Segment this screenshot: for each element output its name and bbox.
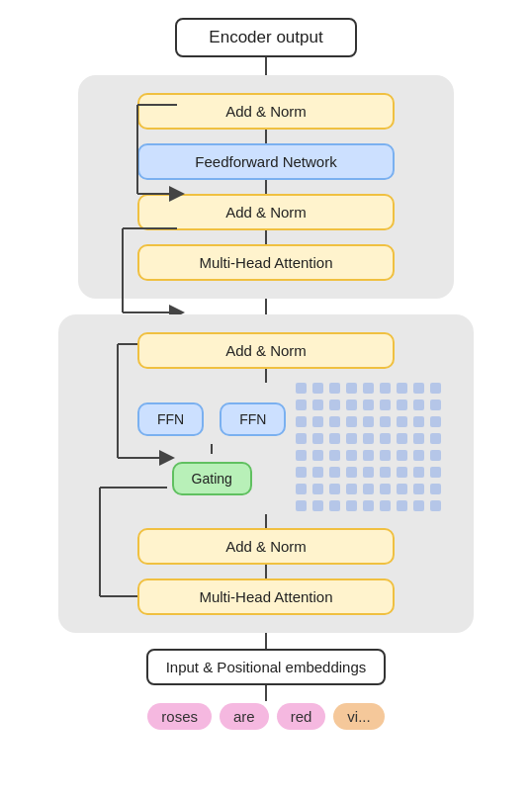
grid-dot [296,400,307,410]
grid-dot [329,433,340,444]
grid-dot [380,500,391,511]
grid-dot [430,484,441,494]
grid-dot [329,484,340,494]
grid-dot [380,467,391,478]
grid-dot [413,467,424,478]
grid-dot [312,433,323,444]
grid-dot [296,433,307,444]
grid-dot [346,467,357,478]
grid-dot [363,450,374,461]
arrow-1 [265,57,267,75]
top-add-norm-2: Add & Norm [137,194,395,230]
bottom-add-norm-top: Add & Norm [137,332,395,369]
grid-dot [312,450,323,461]
bottom-add-norm-bottom: Add & Norm [137,528,395,565]
grid-dot [380,433,391,444]
grid-dot [346,450,357,461]
bottom-panel: Add & Norm FFN FFN Gating // Rendered vi… [58,314,474,633]
grid-dot [397,433,407,444]
grid-dot [296,467,307,478]
grid-dot [430,433,441,444]
top-panel: Add & Norm Feedforward Network Add & Nor… [78,75,454,299]
grid-dot [413,400,424,410]
arrow-below-input [265,685,267,701]
grid-dot [413,433,424,444]
grid-dot [397,484,407,494]
grid-dot [346,400,357,410]
grid-dot [397,383,407,394]
grid-dot [413,416,424,427]
grid-dot [430,467,441,478]
arrow-below-panel [265,633,267,649]
grid-dot [296,416,307,427]
input-embeddings-box: Input & Positional embeddings [146,649,387,685]
grid-dot [329,450,340,461]
grid-dot [397,450,407,461]
ffn-left: FFN [137,402,204,436]
grid-dot [430,400,441,410]
top-multi-head: Multi-Head Attention [137,244,395,281]
grid-dot [363,467,374,478]
grid-dot [312,467,323,478]
grid-dot [413,450,424,461]
grid-dot [430,416,441,427]
grid-dot [413,484,424,494]
grid-dot [296,383,307,394]
diagram: Encoder output Add & Norm Fe [0,0,532,800]
ffn-right: FFN [220,402,286,436]
arrow-between-panels [265,299,267,314]
grid-dots: // Rendered via JS below [296,383,444,514]
grid-dot [312,416,323,427]
v-line-f [265,514,267,528]
grid-dot [312,383,323,394]
grid-dot [413,500,424,511]
grid-dot [397,416,407,427]
grid-dot [380,383,391,394]
v-line-c [265,230,267,244]
grid-dot [397,400,407,410]
grid-dot [413,383,424,394]
encoder-output-box: Encoder output [175,18,356,57]
grid-dot [296,484,307,494]
top-add-norm-1: Add & Norm [137,93,395,130]
token-roses: roses [147,703,212,730]
grid-dot [430,450,441,461]
v-line-b [265,180,267,194]
grid-dot [380,416,391,427]
token-vi: vi... [333,703,384,730]
grid-dot [346,484,357,494]
grid-dot [363,500,374,511]
grid-dot [363,484,374,494]
grid-dot [296,500,307,511]
grid-dot [329,467,340,478]
grid-dot [312,400,323,410]
grid-dot [346,416,357,427]
grid-dot [329,400,340,410]
grid-dot [380,450,391,461]
grid-dot [329,416,340,427]
token-are: are [220,703,269,730]
v-line-g [265,565,267,578]
grid-dot [363,416,374,427]
grid-dot [312,484,323,494]
grid-dot [312,500,323,511]
grid-dot [363,400,374,410]
grid-dot [397,467,407,478]
grid-dot [329,383,340,394]
grid-dot [363,383,374,394]
v-line-d [265,369,267,383]
token-red: red [277,703,326,730]
gating: Gating [172,462,252,495]
grid-dot [346,500,357,511]
grid-dot [363,433,374,444]
grid-dot [397,500,407,511]
v-line-a [265,130,267,143]
grid-dot [296,450,307,461]
grid-dot [430,500,441,511]
grid-dot [346,383,357,394]
grid-dot [380,400,391,410]
grid-dot [329,500,340,511]
grid-dot [346,433,357,444]
v-line-e [211,444,213,454]
token-row: roses are red vi... [147,703,384,730]
